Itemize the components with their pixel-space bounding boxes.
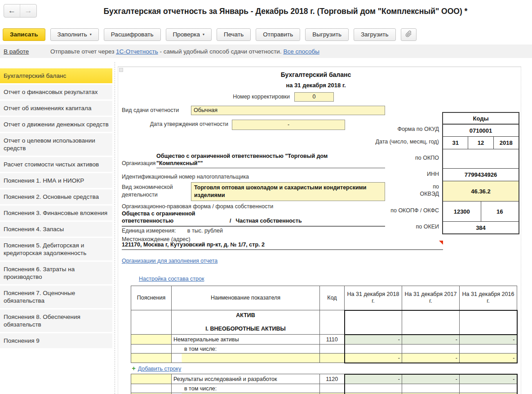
code-cell[interactable] bbox=[320, 354, 345, 363]
legal-form-line1: Общества с ограниченной bbox=[122, 210, 385, 217]
value-2018-cell[interactable]: - bbox=[345, 374, 402, 384]
sidebar-separator bbox=[115, 62, 115, 394]
date-day-cell: 31 bbox=[443, 137, 468, 149]
sidebar-item-financial-results[interactable]: Отчет о финансовых результатах bbox=[0, 85, 112, 99]
explanation-cell[interactable] bbox=[131, 354, 172, 363]
export-button[interactable]: Выгрузить bbox=[305, 28, 349, 41]
save-button[interactable]: Записать bbox=[3, 28, 45, 41]
activity-type-label-line2: деятельности bbox=[122, 191, 173, 199]
okei-label: по ОКЕИ bbox=[416, 224, 439, 230]
okei-value-cell: 384 bbox=[443, 222, 519, 233]
sidebar-item-note-6[interactable]: Пояснения 6. Затраты на производство bbox=[0, 262, 112, 284]
import-button[interactable]: Загрузить bbox=[354, 28, 396, 41]
value-cell bbox=[460, 384, 517, 393]
sidebar-item-note-2[interactable]: Пояснения 2. Основные средства bbox=[0, 189, 112, 204]
unit-row: Единица измерения: в тыс. рублей bbox=[122, 228, 223, 234]
sidebar-item-target-use[interactable]: Отчет о целевом использовании средств bbox=[0, 133, 112, 156]
value-2017-cell[interactable]: - bbox=[402, 354, 460, 363]
legal-form-value: Общества с ограниченной ответственностью… bbox=[122, 210, 385, 227]
sidebar-item-note-5[interactable]: Пояснения 5. Дебиторская и кредиторская … bbox=[0, 238, 112, 260]
sidebar-item-note-8[interactable]: Пояснения 8. Обеспечения обязательств bbox=[0, 309, 112, 332]
value-cell bbox=[460, 310, 517, 335]
value-2016-cell[interactable]: - bbox=[460, 335, 517, 345]
value-2018-cell[interactable]: - bbox=[345, 335, 402, 345]
table-row-1110: Нематериальные активы 1110 - - - bbox=[131, 335, 517, 345]
value-cell bbox=[402, 310, 460, 335]
correction-number-field[interactable]: 0 bbox=[294, 92, 334, 102]
all-methods-link[interactable]: Все способы bbox=[283, 48, 319, 55]
fill-button[interactable]: Заполнить ▾ bbox=[50, 28, 99, 41]
1c-reporting-link[interactable]: 1С-Отчетность bbox=[116, 48, 158, 55]
okpo-label: по ОКПО bbox=[415, 155, 439, 161]
okopf-okfs-label: по ОКОПФ / ОКФС bbox=[390, 207, 439, 214]
section-header-row: АКТИВ I. ВНЕОБОРОТНЫЕ АКТИВЫ bbox=[131, 310, 517, 335]
approval-date-label: Дата утверждения отчетности bbox=[118, 121, 228, 127]
status-state-link[interactable]: В работе bbox=[4, 48, 50, 55]
add-row-link[interactable]: Добавить строку bbox=[138, 366, 181, 372]
add-row-cell: +Добавить строку bbox=[131, 363, 517, 374]
decipher-button[interactable]: Расшифровать bbox=[104, 28, 161, 41]
codes-table: Коды 0710001 31 12 2018 7799434926 46.36… bbox=[442, 112, 519, 234]
inn-caption: Идентификационный номер налогоплательщик… bbox=[122, 174, 249, 180]
sidebar-item-balance-sheet[interactable]: Бухгалтерский баланс bbox=[0, 68, 112, 83]
check-button[interactable]: Проверка ▾ bbox=[166, 28, 212, 41]
explanation-cell[interactable] bbox=[131, 374, 172, 384]
including-row: в том числе: bbox=[131, 384, 517, 393]
status-message-mid: - самый удобный способ сдачи отчетности. bbox=[160, 48, 282, 55]
value-cell bbox=[345, 345, 402, 354]
sidebar-item-note-1[interactable]: Пояснения 1. НМА и НИОКР bbox=[0, 173, 112, 188]
back-icon[interactable]: ← bbox=[4, 4, 20, 17]
date-value-row: 31 12 2018 bbox=[443, 137, 519, 149]
toolbar: Записать Заполнить ▾ Расшифровать Провер… bbox=[0, 24, 532, 45]
sidebar-item-net-assets[interactable]: Расчет стоимости чистых активов bbox=[0, 157, 112, 172]
send-button[interactable]: Отправить bbox=[256, 28, 300, 41]
detail-name-cell[interactable] bbox=[172, 354, 320, 363]
okud-label: Форма по ОКУД bbox=[397, 126, 439, 132]
sidebar-item-capital-changes[interactable]: Отчет об изменениях капитала bbox=[0, 101, 112, 116]
date-label: Дата (число, месяц, год) bbox=[376, 139, 439, 145]
okved-value-cell[interactable]: 46.36.2 bbox=[443, 181, 519, 201]
paperclip-icon bbox=[405, 31, 412, 39]
sidebar-item-cash-flow[interactable]: Отчет о движении денежных средств bbox=[0, 117, 112, 132]
value-2016-cell[interactable]: - bbox=[460, 374, 517, 384]
approval-date-field[interactable]: - bbox=[232, 120, 345, 130]
okopf-value-cell: 12300 bbox=[443, 201, 481, 221]
inn-label: ИНН bbox=[427, 171, 439, 177]
forward-icon[interactable]: → bbox=[20, 4, 36, 17]
value-cell bbox=[460, 345, 517, 354]
indicator-name-cell: Нематериальные активы bbox=[172, 335, 320, 345]
rows-setup-link[interactable]: Настройка состава строк bbox=[139, 276, 204, 282]
activity-type-field[interactable]: Торговля оптовая шоколадом и сахаристыми… bbox=[191, 182, 385, 201]
code-cell bbox=[320, 384, 345, 393]
status-message: Отправьте отчет через 1С-Отчетность - са… bbox=[50, 48, 319, 55]
chevron-down-icon: ▾ bbox=[203, 33, 204, 36]
unit-label: Единица измерения: bbox=[122, 228, 176, 234]
print-button[interactable]: Печать bbox=[217, 28, 251, 41]
orgs-for-report-link[interactable]: Организации для заполнения отчета bbox=[122, 258, 217, 264]
date-month-cell: 12 bbox=[468, 137, 493, 149]
sidebar-item-note-9[interactable]: Пояснения 9 bbox=[0, 333, 112, 348]
chevron-down-icon: ▾ bbox=[90, 33, 92, 36]
sidebar-item-note-4[interactable]: Пояснения 4. Запасы bbox=[0, 222, 112, 237]
asset-section-title: АКТИВ bbox=[172, 312, 319, 318]
value-2016-cell[interactable]: - bbox=[460, 354, 517, 363]
add-icon: + bbox=[132, 365, 136, 372]
okfs-value-cell: 16 bbox=[481, 201, 519, 221]
section-title-cell: АКТИВ I. ВНЕОБОРОТНЫЕ АКТИВЫ bbox=[172, 310, 320, 335]
code-cell: 1120 bbox=[320, 374, 345, 384]
okved-label: по ОКВЭД bbox=[417, 183, 439, 197]
sidebar-item-note-3[interactable]: Пояснения 3. Финансовые вложения bbox=[0, 206, 112, 220]
page-title: Бухгалтерская отчетность за Январь - Дек… bbox=[43, 7, 528, 16]
codes-header-cell: Коды bbox=[443, 113, 519, 125]
report-type-label: Вид сдачи отчетности bbox=[122, 107, 179, 113]
attach-button[interactable] bbox=[401, 28, 417, 41]
balance-table: Пояснения Наименование показателя Код На… bbox=[131, 286, 518, 394]
value-2017-cell[interactable]: - bbox=[402, 335, 460, 345]
okud-value-cell: 0710001 bbox=[443, 125, 519, 137]
sidebar-item-note-7[interactable]: Пояснения 7. Оценочные обязательства bbox=[0, 286, 112, 308]
report-type-field[interactable]: Обычная bbox=[191, 106, 385, 115]
explanation-cell[interactable] bbox=[131, 335, 172, 345]
value-2018-cell[interactable]: - bbox=[345, 354, 402, 363]
value-cell bbox=[345, 310, 402, 335]
value-2017-cell[interactable]: - bbox=[402, 374, 460, 384]
